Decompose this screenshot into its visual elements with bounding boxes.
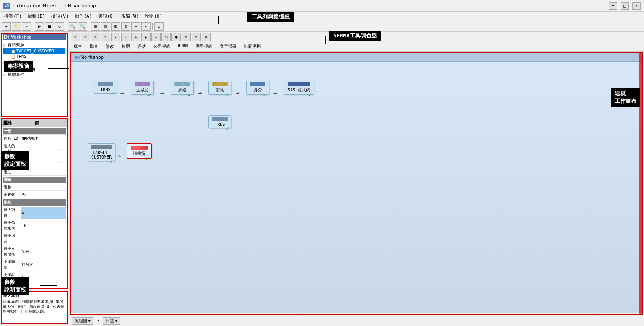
tb-refresh[interactable]: ↻ [154,22,164,31]
tb-close[interactable]: ✕ [22,22,31,31]
folder-icon3: ▷ [3,73,6,77]
param-row-maxitems[interactable]: 最大項目 4 [3,207,66,219]
doc-icon2: 📋 [11,55,16,59]
zoom-minus-btn[interactable]: ─ [589,315,592,316]
param-row-id[interactable]: 節點 ID MRKBSKT [3,136,66,142]
annotation-canvas-line [587,99,604,99]
semma-icon-3[interactable]: ⊠ [91,33,100,41]
semma-icon-2[interactable]: ⊟ [81,33,90,41]
param-row-count[interactable]: 選數 [3,184,66,191]
tb-node2[interactable]: ⊟ [101,22,110,31]
semma-icon-1[interactable]: ⊞ [71,33,80,41]
close-button[interactable]: ✕ [632,2,641,10]
node-icon-trns1 [98,82,113,86]
minimize-button[interactable]: ─ [609,2,617,10]
tb-zoom-in[interactable]: 🔍 [68,22,77,31]
menu-options[interactable]: 選項(O) [96,12,118,20]
param-row-note[interactable]: 阻注 [3,169,66,176]
scroll-left-area: ◀ ▶ [73,315,249,316]
tb-sep1 [33,23,33,30]
semma-tab-text[interactable]: 文字採礦 [217,43,239,50]
param-row-support-type[interactable]: 支援類型 口分比 [3,259,66,271]
node-target-customer[interactable]: TARGET_CUSTOMER ✓ [88,143,115,161]
status-log-btn[interactable]: 日誌 ▼ [103,317,120,325]
tb-sep4 [152,23,153,30]
tree-target-customer[interactable]: 📋 TARGET_CUSTOMER [3,48,65,54]
node-icon-target [91,145,112,149]
tb-delete[interactable]: ✕ [141,22,151,31]
semma-icon-9[interactable]: ◊ [151,33,161,41]
semma-icon-7[interactable]: ◈ [131,33,140,41]
semma-icon-6[interactable]: ✧ [121,33,130,41]
folder-icon: ▷ [3,43,6,47]
param-row-confidence[interactable]: 最小信賴水準 10 [3,220,66,232]
semma-icon-5[interactable]: ✦ [111,33,120,41]
tree-trns[interactable]: 📋 TRNS [3,54,65,59]
semma-tab-modify[interactable]: 修改 [103,43,117,50]
maximize-button[interactable]: □ [621,2,629,10]
status-flow-btn[interactable]: 流程圖 ▼ [72,317,93,325]
semma-icon-12[interactable]: ⊞ [182,33,191,41]
menu-help[interactable]: 說明(H) [142,12,165,20]
param-row-support-lift[interactable]: 最小支援增益 5.0 [3,246,66,258]
zoom-fit-btn[interactable]: ⊞ [569,314,578,315]
node-trns2[interactable]: TRNS ✓ [208,115,231,128]
node-trns1[interactable]: TRNS ✓ [94,81,117,94]
node-label-sas: SAS 程式碼 [288,88,310,92]
node-label-trns2: TRNS [215,122,225,127]
node-basket[interactable]: 購物籃 ✓ [127,143,152,159]
arrow-v1: ↓ [220,108,223,114]
semma-icon-10[interactable]: ⬡ [161,33,171,41]
semma-icon-11[interactable]: ⬢ [171,33,181,41]
tb-reset[interactable]: ↺ [55,22,64,31]
tb-node1[interactable]: ⊞ [91,22,100,31]
tb-stop[interactable]: ■ [45,22,54,31]
tb-node3[interactable]: ⊠ [111,22,120,31]
semma-tab-util[interactable]: 公用程式 [151,43,173,50]
node-pca[interactable]: 主成分 ✓ [131,81,154,95]
menu-edit[interactable]: 編輯(E) [25,12,48,20]
node-sas[interactable]: SAS 程式碼 ✓ [284,81,314,95]
menu-action[interactable]: 動作(A) [72,12,95,20]
param-row-lift[interactable]: 最小增益 . [3,233,66,245]
param-row-normalize[interactable]: 正規化 否 [3,192,66,198]
semma-icon-8[interactable]: ◉ [141,33,151,41]
scroll-left-btn[interactable]: ◀ [73,315,75,316]
node-label-trns1: TRNS [100,87,110,92]
tb-open[interactable]: 📁 [12,22,21,31]
menu-window[interactable]: 視窗(W) [119,12,141,20]
semma-icon-14[interactable]: ⊠ [202,33,211,41]
tree-datasource[interactable]: ▷ 資料來源 [3,42,65,48]
menu-view[interactable]: 檢視(V) [49,12,71,20]
tb-run[interactable]: ▶ [35,22,44,31]
semma-tab-model[interactable]: 模型 [119,43,133,50]
tb-node4[interactable]: ⊡ [121,22,130,31]
zoom-reset-btn[interactable]: ⊡ [579,314,588,315]
semma-tab-hpdm[interactable]: HPDM [175,43,191,50]
desc-panel: 最大項目 此選項確定關聯規則要考慮項目集的最大值。例如，預設值是 4，代表最多可… [1,291,68,324]
node-filter[interactable]: 篩選 ✓ [171,81,194,95]
tb-new[interactable]: ✦ [2,22,11,31]
param-section-general: 一般 [3,128,66,135]
node-score[interactable]: 評分 ✓ [246,81,269,95]
tb-zoom-out[interactable]: 🔍 [78,22,87,31]
semma-tab-time[interactable]: 時間序列 [241,43,264,50]
tree-modelkit[interactable]: ▷ 模型套件 [3,71,65,78]
semma-icon-13[interactable]: ⊟ [192,33,201,41]
node-label-filter: 篩選 [178,88,187,92]
param-col-header: 屬性 值 [2,119,67,127]
scroll-right-btn[interactable]: ▶ [246,315,249,316]
project-header: EM Workshop [3,34,66,40]
semma-tab-sample[interactable]: 樣本 [71,43,85,50]
semma-tab-explore[interactable]: 勘查 [87,43,101,50]
tb-connect[interactable]: ↔ [131,22,140,31]
menu-file[interactable]: 檔案(F) [2,12,24,20]
semma-tab-app[interactable]: 應用程式 [192,43,215,50]
node-icon-basket [131,146,148,150]
flow-label: 流程圖 [75,318,87,324]
arrow-2: → [160,89,164,97]
semma-icon-4[interactable]: ⊡ [101,33,110,41]
node-icon-trns2 [212,117,228,121]
node-cluster[interactable]: 群集 ✓ [208,81,231,95]
semma-tab-assess[interactable]: 評估 [135,43,149,50]
